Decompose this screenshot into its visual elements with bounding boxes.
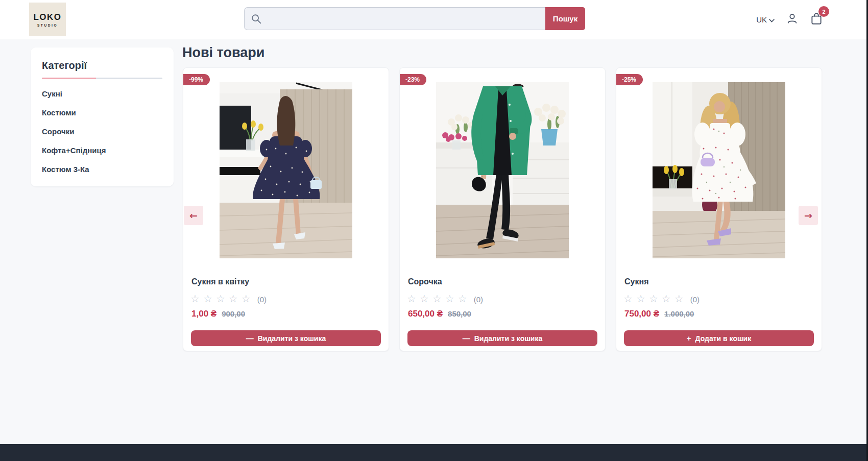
header-actions: UK 2 — [756, 0, 823, 39]
minus-icon: — — [463, 334, 470, 343]
rating-row: ☆☆☆☆☆(0) — [190, 293, 267, 305]
current-price: 650,00 ₴ — [408, 309, 443, 319]
categories-title: Категорії — [42, 60, 162, 71]
star-icon: ☆ — [229, 293, 242, 304]
rating-count: (0) — [474, 295, 483, 304]
rating-row: ☆☆☆☆☆(0) — [623, 293, 700, 305]
star-icon: ☆ — [674, 293, 687, 304]
product-image[interactable] — [220, 82, 352, 258]
discount-badge: -23% — [400, 74, 426, 85]
product-image[interactable] — [436, 82, 569, 258]
user-icon — [786, 12, 799, 27]
sidebar-item-kofta-spidnytsya[interactable]: Кофта+Спідниця — [42, 146, 162, 155]
current-price: 750,00 ₴ — [624, 309, 659, 319]
search-button[interactable]: Пошук — [545, 7, 585, 30]
page-title: Нові товари — [182, 45, 264, 61]
logo-subtext: STUDIO — [37, 23, 58, 27]
star-icon: ☆ — [216, 293, 229, 304]
star-icon: ☆ — [623, 293, 636, 304]
rating-count: (0) — [690, 295, 700, 304]
carousel-next-button[interactable]: → — [799, 206, 818, 225]
product-name[interactable]: Сукня — [624, 277, 648, 286]
search-input[interactable] — [244, 7, 545, 30]
minus-icon: — — [246, 334, 254, 343]
categories-list: Сукні Костюми Сорочки Кофта+Спідниця Кос… — [42, 89, 162, 174]
product-card: -23% — [399, 67, 606, 351]
categories-divider — [42, 78, 162, 79]
chevron-down-icon — [769, 15, 775, 24]
remove-from-cart-button[interactable]: — Видалити з кошика — [191, 330, 381, 346]
discount-badge: -99% — [183, 74, 210, 85]
star-icon: ☆ — [432, 293, 445, 304]
old-price: 850,00 — [448, 309, 471, 318]
search-bar: Пошук — [244, 7, 585, 30]
price-row: 650,00 ₴850,00 — [408, 309, 471, 319]
star-icon: ☆ — [636, 293, 649, 304]
star-icon: ☆ — [649, 293, 662, 304]
price-row: 750,00 ₴1.000,00 — [624, 309, 694, 319]
star-icon: ☆ — [190, 293, 203, 304]
rating-count: (0) — [257, 295, 267, 304]
sidebar-item-sorochky[interactable]: Сорочки — [42, 127, 162, 136]
plus-icon: + — [687, 334, 691, 343]
language-selector[interactable]: UK — [756, 15, 775, 24]
language-label: UK — [756, 15, 767, 24]
sidebar-item-sukni[interactable]: Сукні — [42, 89, 162, 98]
discount-badge: -25% — [616, 74, 643, 85]
product-name[interactable]: Сукня в квітку — [191, 277, 249, 286]
cart-button[interactable]: 2 — [810, 12, 823, 28]
sidebar-item-kostyum-3ka[interactable]: Костюм 3-Ка — [42, 165, 162, 174]
rating-row: ☆☆☆☆☆(0) — [407, 293, 483, 305]
button-label: Видалити з кошика — [258, 334, 326, 343]
button-label: Додати в кошик — [695, 334, 752, 343]
old-price: 900,00 — [222, 309, 245, 318]
header: LOKO STUDIO Пошук UK — [0, 0, 868, 39]
remove-from-cart-button[interactable]: — Видалити з кошика — [407, 330, 597, 346]
price-row: 1,00 ₴900,00 — [191, 309, 245, 319]
current-price: 1,00 ₴ — [191, 309, 216, 319]
product-name[interactable]: Сорочка — [408, 277, 442, 286]
cart-count-badge: 2 — [818, 6, 829, 17]
star-icon: ☆ — [407, 293, 420, 304]
product-card: -99% — [183, 67, 389, 351]
product-card: -25% — [616, 67, 822, 351]
star-icon: ☆ — [662, 293, 674, 304]
arrow-right-icon: → — [804, 210, 812, 221]
product-image[interactable] — [653, 82, 785, 258]
logo-text: LOKO — [33, 12, 61, 22]
add-to-cart-button[interactable]: + Додати в кошик — [624, 330, 814, 346]
star-icon: ☆ — [445, 293, 458, 304]
logo[interactable]: LOKO STUDIO — [29, 3, 66, 36]
categories-panel: Категорії Сукні Костюми Сорочки Кофта+Сп… — [31, 47, 174, 186]
star-icon: ☆ — [242, 293, 254, 304]
old-price: 1.000,00 — [664, 309, 694, 318]
carousel-prev-button[interactable]: ← — [184, 206, 203, 225]
star-icon: ☆ — [203, 293, 216, 304]
star-icon: ☆ — [458, 293, 471, 304]
sidebar-item-kostyumy[interactable]: Костюми — [42, 108, 162, 117]
account-button[interactable] — [786, 12, 799, 27]
button-label: Видалити з кошика — [474, 334, 543, 343]
arrow-left-icon: ← — [189, 210, 198, 221]
footer — [0, 444, 868, 461]
star-icon: ☆ — [420, 293, 432, 304]
